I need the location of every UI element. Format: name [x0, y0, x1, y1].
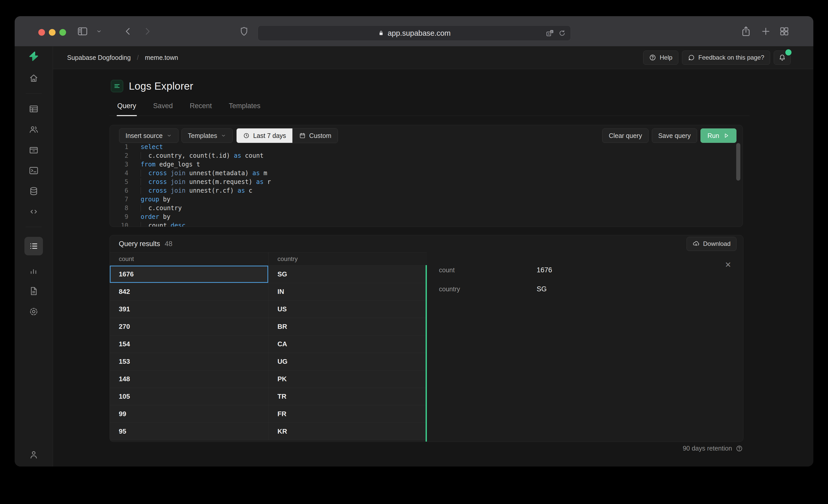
sidebar-item-reports[interactable] [28, 265, 39, 276]
close-icon[interactable]: ✕ [725, 261, 731, 269]
sidebar-item-settings[interactable] [28, 306, 39, 317]
cell-count[interactable]: 153 [110, 353, 268, 370]
cell-count[interactable]: 391 [110, 301, 268, 318]
cell-count[interactable]: 99 [110, 405, 268, 422]
cell-count[interactable]: 105 [110, 388, 268, 405]
cell-country[interactable]: US [268, 301, 427, 318]
cell-count[interactable]: 842 [110, 283, 268, 300]
zoom-window-button[interactable] [59, 29, 66, 36]
sidebar-item-authentication[interactable] [28, 124, 39, 135]
address-bar[interactable]: app.supabase.com A 文 [258, 26, 571, 41]
reload-icon[interactable] [558, 29, 566, 37]
table-row[interactable]: 148PK [110, 370, 427, 388]
last-7-days-button[interactable]: Last 7 days [237, 129, 292, 143]
notifications-button[interactable] [774, 51, 791, 65]
sidebar-item-table-editor[interactable] [28, 103, 39, 114]
table-row[interactable]: 99FR [110, 405, 427, 423]
cell-country[interactable]: TR [268, 388, 427, 405]
breadcrumb-page[interactable]: meme.town [145, 54, 178, 61]
chevron-down-icon[interactable] [96, 16, 102, 46]
forward-icon[interactable] [142, 16, 153, 46]
table-row[interactable]: 153UG [110, 353, 427, 370]
table-row[interactable]: 391US [110, 301, 427, 318]
detail-label: count [439, 266, 537, 274]
tab-templates[interactable]: Templates [229, 98, 261, 116]
editor-scrollbar[interactable] [736, 143, 740, 181]
breadcrumb-separator: / [137, 54, 138, 61]
back-icon[interactable] [123, 16, 133, 46]
code-line[interactable]: 6 cross join unnest(r.cf) as c [110, 186, 743, 195]
sidebar-item-logs[interactable] [25, 237, 43, 255]
table-row[interactable]: 95KR [110, 423, 427, 440]
cell-country[interactable]: CA [268, 335, 427, 353]
custom-range-button[interactable]: Custom [292, 129, 338, 143]
new-tab-icon[interactable] [760, 16, 771, 46]
cell-country[interactable]: SG [268, 266, 427, 283]
code-line[interactable]: 7group by [110, 195, 743, 204]
table-row[interactable]: 154CA [110, 335, 427, 353]
code-line[interactable]: 3from edge_logs t [110, 160, 743, 169]
last-7-days-label: Last 7 days [253, 132, 286, 139]
close-window-button[interactable] [38, 29, 45, 36]
sidebar-item-api-docs[interactable] [28, 206, 39, 217]
download-label: Download [703, 240, 731, 247]
cell-country[interactable]: KR [268, 423, 427, 440]
clear-query-button[interactable]: Clear query [602, 129, 648, 143]
help-button[interactable]: Help [643, 51, 678, 65]
column-header-country[interactable]: country [268, 253, 427, 265]
breadcrumb-project[interactable]: Supabase Dogfooding [67, 54, 131, 61]
tab-saved[interactable]: Saved [153, 98, 174, 116]
table-row[interactable]: 842IN [110, 283, 427, 301]
cell-count[interactable]: 95 [110, 423, 268, 440]
save-query-button[interactable]: Save query [652, 129, 697, 143]
sidebar-item-docs[interactable] [28, 286, 39, 296]
cell-count[interactable]: 154 [110, 335, 268, 353]
sidebar-item-sql-editor[interactable] [28, 165, 39, 176]
tab-query[interactable]: Query [117, 98, 137, 116]
sql-editor[interactable]: 1select2 c.country, count(t.id) as count… [110, 143, 743, 227]
cell-count[interactable]: 270 [110, 318, 268, 335]
results-row-count: 48 [165, 240, 172, 248]
sidebar [15, 46, 53, 466]
supabase-logo-icon[interactable] [28, 51, 39, 62]
table-row[interactable]: 105TR [110, 388, 427, 405]
translate-icon[interactable]: A 文 [546, 29, 554, 37]
cell-country[interactable]: UG [268, 353, 427, 370]
cell-country[interactable]: FR [268, 405, 427, 422]
insert-source-button[interactable]: Insert source [119, 129, 178, 143]
code-line[interactable]: 9order by [110, 213, 743, 221]
code-line[interactable]: 8 c.country [110, 204, 743, 213]
cell-country[interactable]: BR [268, 318, 427, 335]
privacy-shield-icon[interactable] [239, 16, 249, 46]
column-header-count[interactable]: count [110, 253, 268, 265]
download-button[interactable]: Download [687, 237, 737, 251]
code-line[interactable]: 10 count desc [110, 221, 743, 227]
sidebar-item-storage[interactable] [28, 145, 39, 155]
line-number: 5 [110, 178, 128, 186]
cell-count[interactable]: 148 [110, 370, 268, 387]
code-line[interactable]: 4 cross join unnest(metadata) as m [110, 169, 743, 178]
minimize-window-button[interactable] [49, 29, 55, 36]
sidebar-item-database[interactable] [28, 186, 39, 196]
cell-count[interactable]: 1676 [110, 266, 268, 283]
tab-overview-icon[interactable] [779, 16, 790, 46]
run-button[interactable]: Run [700, 129, 737, 143]
code-line[interactable]: 5 cross join unnest(m.request) as r [110, 178, 743, 186]
table-row[interactable]: 270BR [110, 318, 427, 335]
results-table-header: count country [110, 252, 427, 266]
tab-recent[interactable]: Recent [189, 98, 212, 116]
templates-button[interactable]: Templates [181, 129, 233, 143]
feedback-button[interactable]: Feedback on this page? [682, 51, 770, 65]
detail-label: country [439, 285, 537, 293]
sidebar-item-home[interactable] [28, 73, 39, 84]
table-row[interactable]: 1676SG [110, 266, 427, 283]
url-text[interactable]: app.supabase.com [387, 29, 451, 38]
cell-country[interactable]: IN [268, 283, 427, 300]
sidebar-toggle-icon[interactable] [77, 16, 88, 46]
account-icon[interactable] [29, 450, 39, 460]
code-line[interactable]: 2 c.country, count(t.id) as count [110, 151, 743, 160]
share-icon[interactable] [740, 16, 752, 46]
cell-country[interactable]: PK [268, 370, 427, 387]
code-line[interactable]: 1select [110, 143, 743, 151]
question-circle-icon[interactable] [736, 445, 743, 452]
